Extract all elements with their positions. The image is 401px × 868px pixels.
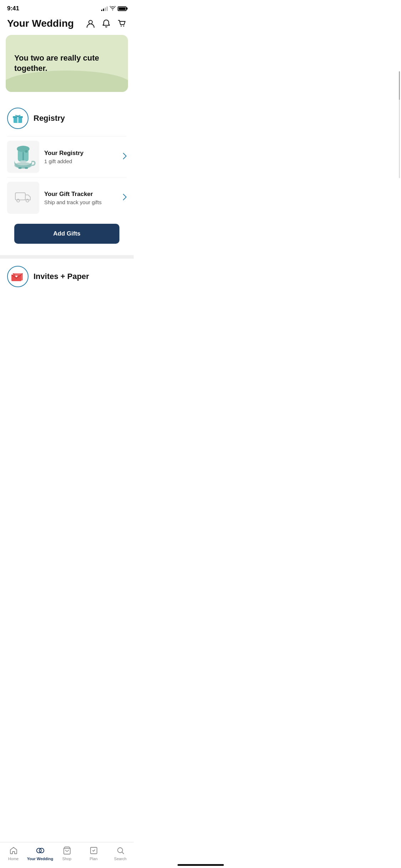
registry-chevron-icon	[123, 153, 127, 161]
svg-rect-10	[22, 152, 24, 161]
invites-title: Invites + Paper	[34, 272, 89, 281]
svg-rect-5	[17, 116, 19, 123]
svg-point-0	[89, 20, 92, 24]
promo-banner: You two are really cute together.	[6, 35, 128, 92]
status-icons	[101, 5, 127, 12]
banner-text: You two are really cute together.	[14, 53, 119, 73]
registry-item-title: Your Registry	[44, 150, 118, 157]
battery-icon	[118, 6, 127, 11]
svg-point-11	[20, 160, 26, 163]
your-registry-item[interactable]: Your Registry 1 gift added	[7, 136, 127, 177]
gift-tracker-info: Your Gift Tracker Ship and track your gi…	[44, 191, 118, 205]
svg-rect-13	[19, 167, 22, 169]
notifications-button[interactable]	[102, 19, 111, 28]
invites-section: Invites + Paper	[0, 259, 134, 297]
page-header: Your Wedding	[0, 15, 134, 35]
signal-icon	[101, 6, 108, 11]
add-gifts-button[interactable]: Add Gifts	[14, 224, 119, 244]
invites-icon-circle	[7, 266, 29, 287]
registry-section-header: Registry	[7, 108, 127, 129]
status-bar: 9:41	[0, 0, 134, 15]
page-title: Your Wedding	[7, 18, 74, 29]
svg-point-1	[121, 26, 122, 27]
svg-point-12	[25, 150, 27, 153]
registry-icon-circle	[7, 108, 29, 129]
svg-point-9	[17, 146, 30, 152]
gift-tracker-thumbnail	[7, 182, 39, 214]
status-time: 9:41	[7, 5, 19, 12]
registry-section: Registry	[0, 100, 134, 255]
svg-rect-15	[15, 193, 25, 200]
scroll-content: You two are really cute together. Regist…	[0, 35, 134, 326]
wifi-icon	[110, 5, 115, 12]
gift-tracker-subtitle: Ship and track your gifts	[44, 199, 118, 205]
registry-thumbnail	[7, 141, 39, 173]
gift-tracker-chevron-icon	[123, 194, 127, 202]
invites-section-header: Invites + Paper	[7, 266, 127, 287]
cart-button[interactable]	[117, 19, 127, 28]
svg-point-2	[123, 26, 124, 27]
section-divider	[0, 255, 134, 259]
svg-point-6	[17, 115, 19, 117]
registry-title: Registry	[34, 114, 65, 123]
registry-info: Your Registry 1 gift added	[44, 150, 118, 164]
header-actions	[86, 19, 127, 28]
profile-button[interactable]	[86, 19, 95, 28]
gift-tracker-title: Your Gift Tracker	[44, 191, 118, 198]
gift-tracker-item[interactable]: Your Gift Tracker Ship and track your gi…	[7, 177, 127, 218]
registry-item-subtitle: 1 gift added	[44, 158, 118, 164]
svg-rect-14	[25, 167, 28, 169]
truck-icon	[15, 190, 32, 206]
